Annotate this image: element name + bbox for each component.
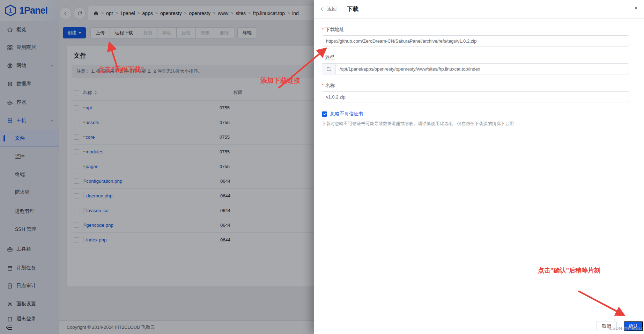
download-drawer: 返回 下载 × * 下载地址 https://github.com/ZeroDr… (314, 0, 644, 334)
divider (342, 6, 342, 12)
cancel-button[interactable]: 取消 (597, 321, 617, 331)
ignore-cert-checkbox[interactable]: 忽略不可信证书 (322, 111, 644, 117)
name-input[interactable]: v1.0.2.zip (322, 91, 629, 102)
path-field-label: * 路径 (322, 55, 644, 60)
required-asterisk: * (322, 27, 324, 32)
url-field-label: * 下载地址 (322, 27, 644, 32)
required-asterisk: * (322, 83, 324, 88)
path-input[interactable]: /opt/1panel/apps/openresty/openresty/www… (322, 63, 629, 74)
drawer-close-button[interactable]: × (634, 5, 638, 11)
required-asterisk: * (322, 55, 324, 60)
checkbox-checked-icon (322, 111, 327, 117)
confirm-button[interactable]: 确认 (624, 321, 643, 331)
drawer-title: 下载 (347, 5, 358, 13)
checkbox-helper-text: 下载时忽略不可信证书可能导致数据泄露或篡改。请谨慎使用此选项，仅在信任下载源的情… (322, 121, 591, 127)
drawer-header: 返回 下载 × (314, 0, 644, 19)
name-field-label: * 名称 (322, 83, 644, 88)
download-form: * 下载地址 https://github.com/ZeroDream-CN/S… (314, 19, 644, 127)
folder-icon (326, 66, 332, 72)
screen: 1 1Panel 概览 应用商店 网站 数据库 (0, 0, 644, 334)
back-arrow-icon (320, 7, 325, 12)
drawer-footer: 取消 确认 (314, 318, 644, 334)
drawer-back-button[interactable]: 返回 (320, 6, 337, 12)
url-input[interactable]: https://github.com/ZeroDream-CN/SakuraPa… (322, 35, 629, 46)
browse-folder-button[interactable] (322, 64, 336, 74)
